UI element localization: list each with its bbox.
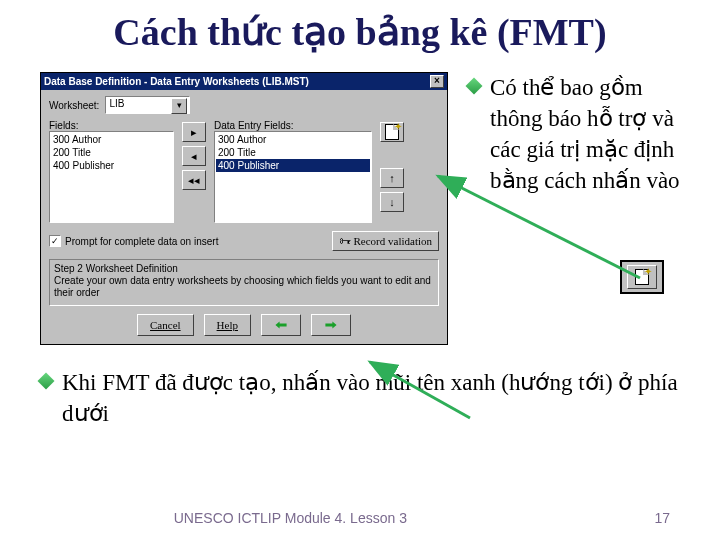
record-validation-label: Record validation <box>353 235 432 247</box>
step-text: Create your own data entry worksheets by… <box>54 275 434 299</box>
add-field-button[interactable]: ▸ <box>182 122 206 142</box>
list-item[interactable]: 400 Publisher <box>51 159 172 172</box>
dialog-window: Data Base Definition - Data Entry Worksh… <box>40 72 448 345</box>
prev-button[interactable] <box>261 314 301 336</box>
bullet-icon <box>38 373 55 390</box>
checkbox-icon: ✓ <box>49 235 61 247</box>
next-button[interactable] <box>311 314 351 336</box>
slide-title: Cách thức tạo bảng kê (FMT) <box>40 10 680 54</box>
step-header: Step 2 Worksheet Definition <box>54 263 434 275</box>
close-icon[interactable]: × <box>430 75 444 88</box>
fields-listbox[interactable]: 300 Author 200 Title 400 Publisher <box>49 131 174 223</box>
list-item[interactable]: 200 Title <box>216 146 370 159</box>
list-item[interactable]: 300 Author <box>216 133 370 146</box>
page-number: 17 <box>654 510 670 526</box>
prompt-checkbox[interactable]: ✓ Prompt for complete data on insert <box>49 235 218 247</box>
data-entry-label: Data Entry Fields: <box>214 120 372 131</box>
edit-entry-callout-button[interactable]: ✦ <box>627 265 657 289</box>
remove-all-button[interactable]: ◂◂ <box>182 170 206 190</box>
bullet-text-2: Khi FMT đã được tạo, nhấn vào mũi tên xa… <box>62 367 680 429</box>
remove-field-button[interactable]: ◂ <box>182 146 206 166</box>
worksheet-label: Worksheet: <box>49 100 99 111</box>
list-item-selected[interactable]: 400 Publisher <box>216 159 370 172</box>
entry-fields-listbox[interactable]: 300 Author 200 Title 400 Publisher <box>214 131 372 223</box>
help-button[interactable]: Help <box>204 314 251 336</box>
move-down-button[interactable]: ↓ <box>380 192 404 212</box>
prompt-checkbox-label: Prompt for complete data on insert <box>65 236 218 247</box>
list-item[interactable]: 200 Title <box>51 146 172 159</box>
cancel-button[interactable]: Cancel <box>137 314 194 336</box>
dialog-title: Data Base Definition - Data Entry Worksh… <box>44 76 309 87</box>
step-panel: Step 2 Worksheet Definition Create your … <box>49 259 439 306</box>
record-validation-button[interactable]: Record validation <box>332 231 439 251</box>
document-edit-icon: ✦ <box>385 124 399 140</box>
fields-label: Fields: <box>49 120 174 131</box>
list-item[interactable]: 300 Author <box>51 133 172 146</box>
worksheet-select[interactable]: LIB <box>105 96 190 114</box>
document-edit-icon: ✦ <box>635 269 649 285</box>
key-icon <box>339 234 351 249</box>
footer-text: UNESCO ICTLIP Module 4. Lesson 3 <box>174 510 407 526</box>
arrow-left-icon <box>274 320 288 330</box>
edit-entry-button[interactable]: ✦ <box>380 122 404 142</box>
bullet-icon <box>466 78 483 95</box>
move-up-button[interactable]: ↑ <box>380 168 404 188</box>
arrow-right-icon <box>324 320 338 330</box>
bullet-text-1: Có thể bao gồm thông báo hỗ trợ và các g… <box>490 72 680 196</box>
callout-box: ✦ <box>620 260 664 294</box>
